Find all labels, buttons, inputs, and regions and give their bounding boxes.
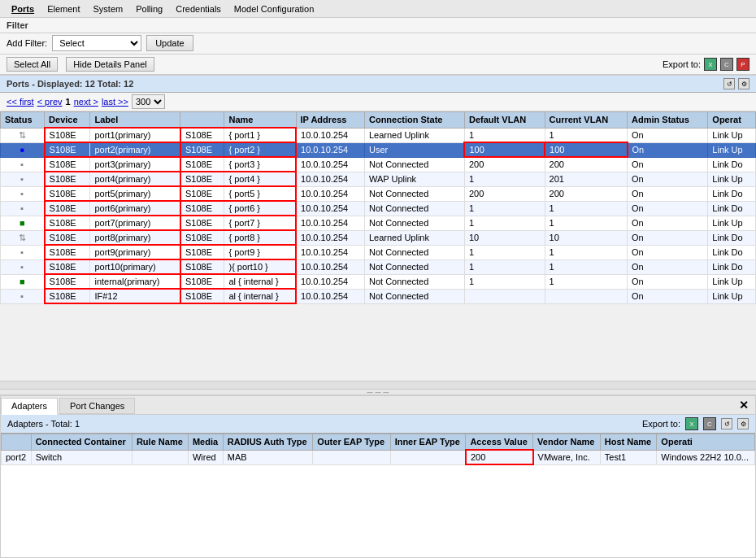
filter-bar: Filter bbox=[0, 18, 756, 33]
nav-system[interactable]: System bbox=[86, 2, 129, 15]
acol-os: Operati bbox=[657, 434, 755, 451]
table-row[interactable]: ▪S108Eport10(primary)S108E){ port10 }10.… bbox=[1, 259, 756, 274]
cell-def-vlan bbox=[464, 289, 545, 303]
next-page-link[interactable]: next > bbox=[74, 97, 98, 107]
adapters-settings-icon[interactable]: ⚙ bbox=[737, 418, 749, 429]
table-row[interactable]: ▪S108Eport6(primary)S108E{ port6 }10.0.1… bbox=[1, 201, 756, 216]
nav-ports[interactable]: Ports bbox=[5, 2, 41, 15]
cell-label: port2(primary) bbox=[90, 142, 180, 157]
table-row[interactable]: ▪S108Eport3(primary)S108E{ port3 }10.0.1… bbox=[1, 157, 756, 172]
cell-device: S108E bbox=[45, 128, 90, 142]
cell-admin: On bbox=[628, 216, 708, 230]
adapters-export-xls[interactable]: X bbox=[685, 417, 698, 430]
cell-device: S108E bbox=[45, 186, 90, 201]
cell-outer-eap bbox=[313, 450, 390, 464]
cell-oper: Link Do bbox=[708, 245, 756, 259]
cell-cur-vlan: 1 bbox=[545, 245, 628, 259]
cell-label: port6(primary) bbox=[90, 201, 180, 216]
cell-ip: 10.0.10.254 bbox=[296, 157, 364, 172]
tab-adapters[interactable]: Adapters bbox=[1, 398, 58, 415]
cell-name: { port6 } bbox=[224, 201, 296, 216]
cell-name: { port5 } bbox=[224, 186, 296, 201]
table-row[interactable]: ■S108Eport7(primary)S108E{ port7 }10.0.1… bbox=[1, 216, 756, 230]
table-row[interactable]: ⇅S108Eport1(primary)S108E{ port1 }10.0.1… bbox=[1, 128, 756, 142]
cell-device2: S108E bbox=[180, 245, 224, 259]
prev-page-link[interactable]: < prev bbox=[37, 97, 63, 107]
cell-oper: Link Up bbox=[708, 128, 756, 142]
export-pdf-icon[interactable]: P bbox=[736, 58, 749, 71]
cell-def-vlan: 1 bbox=[464, 128, 545, 142]
adapters-export-csv[interactable]: C bbox=[703, 417, 716, 430]
resize-handle[interactable]: ─ ─ ─ bbox=[0, 389, 756, 395]
adapters-title: Adapters - Total: 1 bbox=[7, 419, 80, 429]
cell-media: Wired bbox=[188, 450, 223, 464]
ports-table-container[interactable]: Status Device Label Name IP Address Conn… bbox=[0, 111, 756, 381]
cell-oper: Link Do bbox=[708, 201, 756, 216]
cell-name: { port3 } bbox=[224, 157, 296, 172]
cell-label: port9(primary) bbox=[90, 245, 180, 259]
cell-device2: S108E bbox=[180, 259, 224, 274]
hide-details-button[interactable]: Hide Details Panel bbox=[66, 57, 154, 72]
cell-def-vlan: 200 bbox=[464, 186, 545, 201]
cell-conn-state: Not Connected bbox=[364, 289, 464, 303]
cell-admin: On bbox=[628, 128, 708, 142]
cell-label: IF#12 bbox=[90, 289, 180, 303]
close-bottom-panel[interactable]: ✕ bbox=[732, 397, 755, 413]
cell-oper: Link Do bbox=[708, 230, 756, 245]
acol-access-value: Access Value bbox=[466, 434, 533, 451]
table-row[interactable]: ▪S108EIF#12S108Eal { internal }10.0.10.2… bbox=[1, 289, 756, 303]
ports-panel-title: Ports - Displayed: 12 Total: 12 bbox=[7, 79, 133, 89]
cell-status: ⇅ bbox=[1, 230, 45, 245]
cell-cur-vlan: 10 bbox=[545, 230, 628, 245]
cell-device2: S108E bbox=[180, 289, 224, 303]
tabs-row: Adapters Port Changes bbox=[1, 396, 732, 414]
acol-port bbox=[2, 434, 32, 451]
cell-ip: 10.0.10.254 bbox=[296, 201, 364, 216]
table-row[interactable]: ●S108Eport2(primary)S108E{ port2 }10.0.1… bbox=[1, 142, 756, 157]
cell-label: port7(primary) bbox=[90, 216, 180, 230]
cell-ip: 10.0.10.254 bbox=[296, 245, 364, 259]
cell-ip: 10.0.10.254 bbox=[296, 216, 364, 230]
nav-element[interactable]: Element bbox=[41, 2, 86, 15]
add-filter-row: Add Filter: Select Update bbox=[0, 33, 756, 54]
nav-polling[interactable]: Polling bbox=[129, 2, 169, 15]
cell-cur-vlan: 100 bbox=[545, 142, 628, 157]
per-page-select[interactable]: 300 bbox=[132, 94, 165, 109]
table-row[interactable]: ▪S108Eport4(primary)S108E{ port4 }10.0.1… bbox=[1, 172, 756, 186]
export-label: Export to: bbox=[663, 59, 701, 69]
nav-credentials[interactable]: Credentials bbox=[169, 2, 228, 15]
acol-inner-eap: Inner EAP Type bbox=[390, 434, 466, 451]
cell-conn-state: Not Connected bbox=[364, 216, 464, 230]
adapters-refresh-icon[interactable]: ↺ bbox=[721, 418, 732, 429]
adapters-table-container[interactable]: Connected Container Rule Name Media RADI… bbox=[1, 434, 755, 465]
cell-ip: 10.0.10.254 bbox=[296, 259, 364, 274]
cell-rule bbox=[132, 450, 188, 464]
select-all-button[interactable]: Select All bbox=[7, 57, 58, 72]
last-page-link[interactable]: last >> bbox=[102, 97, 128, 107]
first-page-link[interactable]: << first bbox=[7, 97, 34, 107]
table-row[interactable]: ▪S108Eport9(primary)S108E{ port9 }10.0.1… bbox=[1, 245, 756, 259]
refresh-icon[interactable]: ↺ bbox=[723, 78, 735, 89]
settings-icon[interactable]: ⚙ bbox=[738, 78, 749, 89]
filter-select[interactable]: Select bbox=[52, 35, 141, 51]
cell-oper: Link Up bbox=[708, 172, 756, 186]
export-xls-icon[interactable]: X bbox=[704, 58, 717, 71]
update-button[interactable]: Update bbox=[146, 35, 193, 51]
ports-panel-header: Ports - Displayed: 12 Total: 12 ↺ ⚙ bbox=[0, 76, 756, 93]
table-row[interactable]: ▪S108Eport5(primary)S108E{ port5 }10.0.1… bbox=[1, 186, 756, 201]
cell-status: ■ bbox=[1, 216, 45, 230]
cell-device: S108E bbox=[45, 201, 90, 216]
nav-model-config[interactable]: Model Configuration bbox=[228, 2, 320, 15]
adapter-row[interactable]: port2SwitchWiredMAB200VMware, Inc.Test1W… bbox=[2, 450, 755, 464]
cell-def-vlan: 100 bbox=[464, 142, 545, 157]
cell-label: port8(primary) bbox=[90, 230, 180, 245]
cell-ip: 10.0.10.254 bbox=[296, 230, 364, 245]
tab-port-changes[interactable]: Port Changes bbox=[59, 398, 135, 414]
cell-name: { port4 } bbox=[224, 172, 296, 186]
table-row[interactable]: ■S108Einternal(primary)S108Eal { interna… bbox=[1, 274, 756, 289]
col-label: Label bbox=[90, 112, 180, 129]
adapters-table: Connected Container Rule Name Media RADI… bbox=[1, 434, 755, 465]
table-row[interactable]: ⇅S108Eport8(primary)S108E{ port8 }10.0.1… bbox=[1, 230, 756, 245]
cell-conn-state: Not Connected bbox=[364, 186, 464, 201]
export-csv-icon[interactable]: C bbox=[720, 58, 733, 71]
